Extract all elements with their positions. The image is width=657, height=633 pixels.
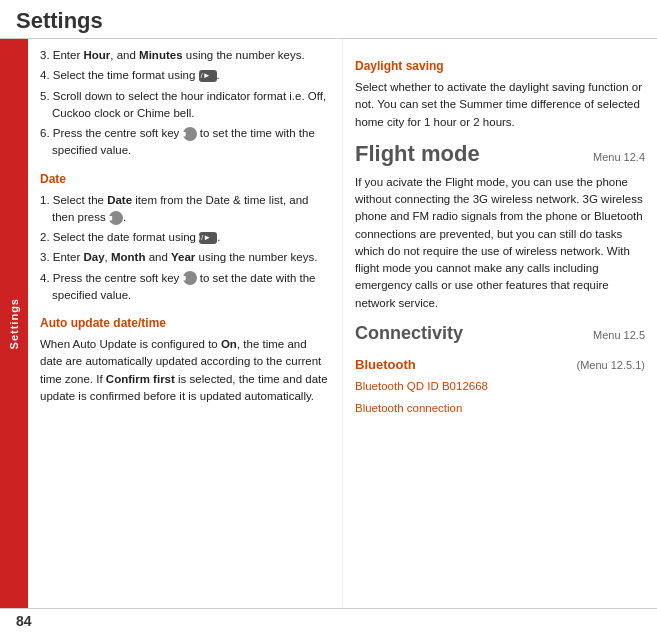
date-list-item-1: 1. Select the Date item from the Date & … xyxy=(40,192,330,227)
connectivity-menu-num: Menu 12.5 xyxy=(593,327,645,344)
list-item-4: 4. Select the time format using ◄/►. xyxy=(40,67,330,84)
date-list-item-4: 4. Press the centre soft key ■ to set th… xyxy=(40,270,330,305)
page-title: Settings xyxy=(16,8,641,34)
left-column: 3. Enter Hour, and Minutes using the num… xyxy=(28,39,343,608)
center-key-icon-2: ■ xyxy=(109,211,123,225)
nav-icon-left: ◄/► xyxy=(199,70,217,82)
daylight-saving-heading: Daylight saving xyxy=(355,57,645,75)
auto-update-text: When Auto Update is configured to On, th… xyxy=(40,336,330,405)
list-item-5: 5. Scroll down to select the hour indica… xyxy=(40,88,330,123)
page-header: Settings xyxy=(0,0,657,39)
connectivity-title: Connectivity xyxy=(355,320,463,347)
sidebar: Settings xyxy=(0,39,28,608)
date-section-heading: Date xyxy=(40,170,330,188)
right-column: Daylight saving Select whether to activa… xyxy=(343,39,657,608)
main-content: Settings 3. Enter Hour, and Minutes usin… xyxy=(0,39,657,608)
bluetooth-menu-num: (Menu 12.5.1) xyxy=(577,357,645,374)
page-number: 84 xyxy=(16,613,32,629)
sidebar-label: Settings xyxy=(8,298,20,349)
date-list-item-2: 2. Select the date format using ◄/►. xyxy=(40,229,330,246)
bluetooth-heading: Bluetooth (Menu 12.5.1) xyxy=(355,355,645,375)
flight-mode-title: Flight mode xyxy=(355,137,480,170)
list-item-3: 3. Enter Hour, and Minutes using the num… xyxy=(40,47,330,64)
bluetooth-title: Bluetooth xyxy=(355,355,416,375)
bluetooth-qd-id: Bluetooth QD ID B012668 xyxy=(355,378,645,395)
daylight-saving-text: Select whether to activate the daylight … xyxy=(355,79,645,131)
flight-mode-text: If you acivate the Flight mode, you can … xyxy=(355,174,645,312)
flight-mode-menu-num: Menu 12.4 xyxy=(593,149,645,166)
connectivity-heading: Connectivity Menu 12.5 xyxy=(355,320,645,347)
nav-icon-date: ◄/► xyxy=(199,232,217,244)
date-list-item-3: 3. Enter Day, Month and Year using the n… xyxy=(40,249,330,266)
content-area: 3. Enter Hour, and Minutes using the num… xyxy=(28,39,657,608)
page-footer: 84 xyxy=(0,608,657,633)
center-key-icon: ■ xyxy=(183,127,197,141)
auto-update-heading: Auto update date/time xyxy=(40,314,330,332)
list-item-6: 6. Press the centre soft key ■ to set th… xyxy=(40,125,330,160)
bluetooth-connection: Bluetooth connection xyxy=(355,400,645,417)
center-key-icon-3: ■ xyxy=(183,271,197,285)
flight-mode-heading: Flight mode Menu 12.4 xyxy=(355,137,645,170)
